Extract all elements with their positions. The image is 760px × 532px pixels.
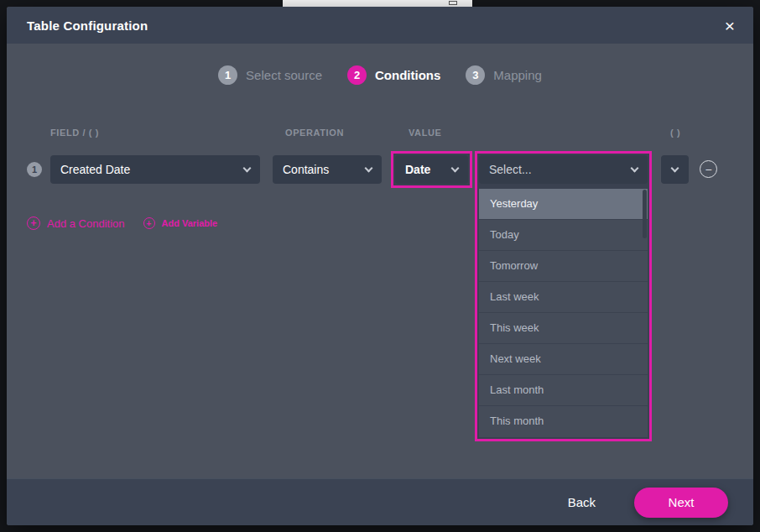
column-header-paren: ( ) bbox=[670, 128, 680, 138]
option-item[interactable]: Last week bbox=[479, 282, 648, 313]
row-index-badge: 1 bbox=[27, 162, 42, 177]
add-variable-label: Add Variable bbox=[162, 218, 218, 228]
column-headers: FIELD / ( ) OPERATION VALUE ( ) bbox=[7, 128, 753, 139]
modal-body: 1 Select source 2 Conditions 3 Mapping F… bbox=[7, 44, 753, 478]
field-dropdown-value: Created Date bbox=[60, 163, 130, 176]
option-item[interactable]: Last month bbox=[479, 375, 648, 406]
value-type-dropdown[interactable]: Date bbox=[395, 155, 468, 184]
step-2-label: Conditions bbox=[375, 68, 440, 82]
value-select-dropdown[interactable]: Select... bbox=[479, 155, 648, 184]
chevron-down-icon bbox=[631, 164, 639, 172]
add-links: + Add a Condition + Add Variable bbox=[27, 216, 217, 230]
chevron-down-icon bbox=[451, 164, 460, 172]
close-icon[interactable]: × bbox=[721, 15, 738, 36]
operation-dropdown[interactable]: Contains bbox=[273, 155, 382, 184]
step-conditions[interactable]: 2 Conditions bbox=[347, 65, 440, 85]
plus-icon: + bbox=[143, 217, 155, 229]
stepper: 1 Select source 2 Conditions 3 Mapping bbox=[7, 65, 753, 85]
step-3-label: Mapping bbox=[493, 68, 542, 82]
value-type-dropdown-value: Date bbox=[405, 163, 430, 176]
column-header-field: FIELD / ( ) bbox=[50, 128, 99, 138]
option-item[interactable]: Yesterday bbox=[479, 189, 648, 220]
option-item[interactable]: Tomorrow bbox=[479, 251, 648, 282]
step-2-circle: 2 bbox=[347, 65, 367, 85]
add-condition-button[interactable]: + Add a Condition bbox=[27, 216, 125, 230]
column-header-operation: OPERATION bbox=[285, 128, 344, 138]
condition-row: 1 Created Date Contains Date Select... bbox=[7, 151, 753, 188]
options-scrollbar[interactable] bbox=[643, 190, 647, 238]
chevron-down-icon bbox=[243, 164, 252, 172]
step-select-source[interactable]: 1 Select source bbox=[218, 65, 322, 85]
step-mapping[interactable]: 3 Mapping bbox=[466, 65, 542, 85]
step-3-circle: 3 bbox=[466, 65, 485, 85]
next-button[interactable]: Next bbox=[634, 488, 728, 518]
field-dropdown[interactable]: Created Date bbox=[50, 155, 260, 184]
column-header-value: VALUE bbox=[409, 128, 441, 138]
chevron-down-icon bbox=[365, 164, 373, 172]
back-button[interactable]: Back bbox=[568, 495, 596, 509]
step-1-label: Select source bbox=[246, 68, 322, 82]
chevron-down-icon bbox=[671, 164, 679, 172]
background-page-sliver bbox=[283, 0, 472, 7]
modal-title: Table Configuration bbox=[27, 18, 148, 33]
option-item[interactable]: This week bbox=[479, 313, 648, 344]
value-options-list: YesterdayTodayTomorrowLast weekThis week… bbox=[479, 189, 648, 437]
value-options-panel: YesterdayTodayTomorrowLast weekThis week… bbox=[479, 189, 648, 437]
remove-condition-icon[interactable]: − bbox=[700, 160, 717, 178]
value-select-placeholder: Select... bbox=[489, 163, 532, 176]
value-type-highlight: Date bbox=[391, 151, 472, 188]
add-variable-button[interactable]: + Add Variable bbox=[143, 217, 218, 229]
option-item[interactable]: This month bbox=[479, 406, 648, 437]
table-configuration-modal: Table Configuration × 1 Select source 2 … bbox=[7, 7, 753, 525]
operation-dropdown-value: Contains bbox=[283, 163, 329, 176]
value-select-highlight: Select... YesterdayTodayTomorrowLast wee… bbox=[475, 151, 652, 441]
option-item[interactable]: Next week bbox=[479, 344, 648, 375]
modal-footer: Back Next bbox=[7, 478, 753, 525]
add-condition-label: Add a Condition bbox=[47, 217, 125, 230]
logic-paren-dropdown[interactable] bbox=[661, 155, 689, 184]
step-1-circle: 1 bbox=[218, 65, 237, 85]
option-item[interactable]: Today bbox=[479, 220, 648, 251]
background-page-icon bbox=[449, 1, 457, 5]
modal-header: Table Configuration × bbox=[7, 7, 753, 44]
plus-icon: + bbox=[27, 216, 40, 230]
